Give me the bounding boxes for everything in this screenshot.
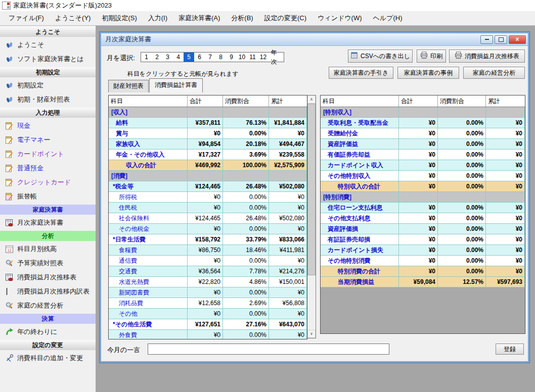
scroll-up-icon[interactable]: ∧ (307, 95, 316, 104)
table-row[interactable]: その他¥00.00%¥0 (109, 309, 307, 319)
sidebar-item-17[interactable]: 予算実績対照表 (0, 256, 96, 270)
menu-item-4[interactable]: 家庭決算書(A) (173, 11, 226, 25)
examples-button[interactable]: 家庭決算書の事例 (397, 67, 459, 79)
table-row[interactable]: 家族収入¥94,85420.18%¥494,467 (109, 139, 307, 150)
sidebar-item-10[interactable]: 普通預金 (0, 161, 96, 175)
left-table-scrollbar[interactable]: ∧ ∨ (307, 95, 316, 338)
analysis-button[interactable]: 家庭の経営分析 (463, 67, 525, 79)
table-row[interactable]: カードポイント収入¥00.00%¥0 (321, 160, 525, 171)
menu-item-8[interactable]: ヘルプ(H) (368, 11, 408, 25)
row-label: 消耗品費 (109, 298, 188, 309)
monthly-comment-input[interactable] (148, 344, 389, 355)
month-option-6[interactable]: 6 (194, 53, 205, 62)
table-row[interactable]: 資産評価損¥00.00%¥0 (321, 224, 525, 234)
table-row[interactable]: 食糧費¥86,75018.46%¥411,981 (109, 245, 307, 256)
register-button[interactable]: 登録 (496, 344, 524, 355)
print-button[interactable]: 印刷 (417, 50, 446, 63)
month-option-9[interactable]: 9 (226, 53, 237, 62)
sidebar-item-7[interactable]: 現金 (0, 119, 96, 133)
table-row[interactable]: 賞与¥00.00%¥0 (109, 128, 307, 139)
sidebar-item-22[interactable]: 年の終わりに (0, 325, 96, 339)
sidebar-item-8[interactable]: 電子マネー (0, 133, 96, 147)
tab-1[interactable]: 消費損益計算書 (149, 78, 203, 92)
close-button[interactable]: × (509, 35, 526, 44)
maximize-button[interactable] (495, 35, 507, 44)
month-option-10[interactable]: 10 (237, 53, 247, 62)
menu-item-6[interactable]: 設定の変更(C) (259, 11, 312, 25)
table-row[interactable]: 資産評価益¥00.00%¥0 (321, 139, 525, 150)
sidebar-item-18[interactable]: 消費損益月次推移表 (0, 270, 96, 284)
sidebar-section-header: 家庭決算書 (0, 205, 96, 215)
child-window-body: 月を選択: 123456789101112年次 CSVへの書き出し 印刷 消費損… (101, 46, 528, 362)
table-row[interactable]: 所得税¥00.00%¥0 (109, 192, 307, 203)
menu-item-1[interactable]: ようこそ(Y) (50, 11, 97, 25)
table-row[interactable]: 住宅ローン支払利息¥00.00%¥0 (321, 203, 525, 213)
child-window-title-bar[interactable]: 月次家庭決算書 × (101, 33, 528, 46)
sidebar-item-16[interactable]: 12科目月別残高 (0, 242, 96, 256)
row-value: ¥0 (188, 192, 223, 203)
table-row[interactable]: 消耗品費¥12,6582.69%¥56,808 (109, 298, 307, 309)
table-row[interactable]: 外食費¥00.00%¥0 (109, 330, 307, 339)
menu-item-0[interactable]: ファイル(F) (3, 11, 50, 25)
sidebar-section-header: 分析 (0, 231, 96, 241)
magnifier-pencil-icon (5, 259, 14, 268)
sidebar-item-12[interactable]: 振替帳 (0, 189, 96, 204)
table-row[interactable]: その他税金¥00.00%¥0 (109, 224, 307, 234)
month-option-5[interactable]: 5 (184, 53, 194, 62)
table-row[interactable]: その他特別消費¥00.00%¥0 (321, 256, 525, 266)
scrollbar-thumb[interactable] (307, 104, 316, 275)
sidebar-item-2[interactable]: ソフト家庭決算書とは (0, 52, 96, 66)
monthly-trend-button[interactable]: 消費損益月次推移表 (449, 50, 525, 63)
table-row[interactable]: 新聞図書費¥00.00%¥0 (109, 287, 307, 298)
month-option-1[interactable]: 1 (141, 53, 152, 62)
table-row[interactable]: *税金等¥124,46526.48%¥502,080 (109, 181, 307, 192)
month-option-12[interactable]: 12 (258, 53, 269, 62)
table-row[interactable]: 住民税¥00.00%¥0 (109, 203, 307, 213)
sidebar-item-1[interactable]: ようこそ (0, 38, 96, 52)
sidebar-item-label: 初期設定 (17, 81, 43, 90)
table-row[interactable]: 給料¥357,81176.13%¥1,841,884 (109, 118, 307, 128)
table-row[interactable]: その他特別収入¥00.00%¥0 (321, 171, 525, 181)
table-row[interactable]: 受取利息・受取配当金¥00.00%¥0 (321, 118, 525, 128)
table-row[interactable]: カードポイント損失¥00.00%¥0 (321, 245, 525, 256)
menu-item-5[interactable]: 分析(B) (226, 11, 258, 25)
csv-export-button[interactable]: CSVへの書き出し (348, 50, 413, 63)
menu-item-7[interactable]: ウィンドウ(W) (312, 11, 367, 25)
month-option-2[interactable]: 2 (152, 53, 162, 62)
table-row[interactable]: 有証証券売却損¥00.00%¥0 (321, 234, 525, 245)
month-option-年次[interactable]: 年次 (269, 48, 279, 66)
table-row[interactable]: 通信費¥00.00%¥0 (109, 256, 307, 266)
sidebar-item-24[interactable]: 消費科目の追加・変更 (0, 351, 96, 365)
sidebar-item-4[interactable]: 初期設定 (0, 78, 96, 92)
table-row[interactable]: 交通費¥36,5647.78%¥214,276 (109, 266, 307, 277)
sidebar-item-9[interactable]: カードポイント (0, 147, 96, 161)
row-value: ¥0 (486, 266, 525, 277)
table-row[interactable]: その他支払利息¥00.00%¥0 (321, 213, 525, 224)
menu-item-3[interactable]: 入力(I) (143, 11, 173, 25)
scrollbar-track[interactable] (307, 104, 316, 330)
month-option-3[interactable]: 3 (162, 53, 173, 62)
scroll-down-icon[interactable]: ∨ (307, 330, 316, 338)
sidebar-item-19[interactable]: 消費損益月次推移内訳表 (0, 284, 96, 299)
table-row[interactable]: *日常生活費¥158,79233.79%¥833,066 (109, 234, 307, 245)
minimize-button[interactable] (480, 35, 493, 44)
sidebar-item-14[interactable]: 月次家庭決算書 (0, 216, 96, 230)
sidebar-item-20[interactable]: 家庭の経営分析 (0, 299, 96, 313)
table-row[interactable]: 受贈給付金¥00.00%¥0 (321, 128, 525, 139)
csv-icon (350, 52, 358, 61)
table-row[interactable]: 社会保険料¥124,46526.48%¥502,080 (109, 213, 307, 224)
table-row[interactable]: 水道光熱費¥22,8204.86%¥150,001 (109, 277, 307, 287)
sidebar-item-5[interactable]: 初期・財産対照表 (0, 92, 96, 107)
month-option-8[interactable]: 8 (215, 53, 226, 62)
table-row[interactable]: 有価証券売却益¥00.00%¥0 (321, 150, 525, 160)
row-label: 賞与 (109, 128, 188, 139)
menu-item-2[interactable]: 初期設定(S) (96, 11, 142, 25)
table-row[interactable]: 年金・その他収入¥17,3273.69%¥239,558 (109, 150, 307, 160)
month-option-7[interactable]: 7 (205, 53, 215, 62)
table-row[interactable]: *その他生活費¥127,65127.16%¥643,070 (109, 319, 307, 330)
month-option-11[interactable]: 11 (247, 53, 258, 62)
guide-button[interactable]: 家庭決算書の手引き (329, 67, 393, 79)
sidebar-item-11[interactable]: クレジットカード (0, 175, 96, 189)
tab-0[interactable]: 財産対照表 (108, 80, 149, 92)
month-option-4[interactable]: 4 (173, 53, 184, 62)
